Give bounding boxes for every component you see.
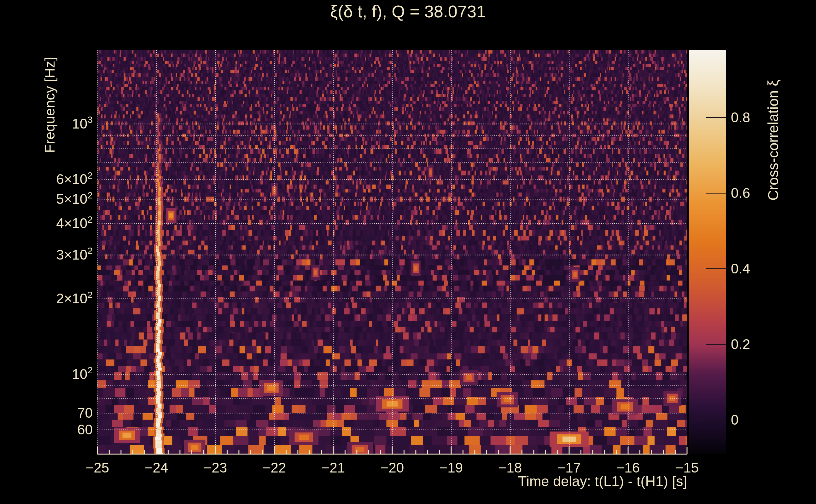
- colorbar-title: Cross-correlation ξ: [765, 14, 782, 266]
- x-tick-label: −15: [659, 460, 716, 476]
- y-tick-mantissa: 3×10: [56, 247, 87, 262]
- y-tick-label: 103: [72, 115, 93, 133]
- chart-title: ξ(δ t, f), Q = 38.0731: [0, 2, 816, 21]
- colorbar-tick-label: 0.6: [731, 184, 750, 202]
- x-tick-label: −24: [128, 460, 185, 476]
- y-tick-mantissa: 60: [77, 422, 93, 437]
- y-tick-mantissa: 4×10: [56, 215, 87, 231]
- y-axis-title: Frequency [Hz]: [41, 4, 58, 206]
- x-tick-label: −21: [305, 460, 362, 476]
- y-tick-label: 6×102: [56, 170, 93, 188]
- x-tick-label: −19: [423, 460, 480, 476]
- colorbar-tick-label: 0.8: [731, 109, 750, 126]
- y-tick-exponent: 2: [87, 365, 93, 375]
- y-tick-exponent: 3: [87, 114, 93, 125]
- y-tick-label: 102: [72, 365, 93, 383]
- x-tick-label: −22: [246, 460, 303, 476]
- y-tick-mantissa: 5×10: [56, 191, 87, 207]
- y-tick-label: 2×102: [56, 290, 93, 307]
- colorbar-tick-label: 0.4: [731, 260, 750, 278]
- y-tick-label: 5×102: [56, 190, 93, 208]
- y-tick-label: 60: [77, 421, 93, 438]
- y-tick-exponent: 2: [87, 214, 93, 225]
- y-tick-exponent: 2: [87, 245, 93, 256]
- cross-correlation-figure: ξ(δ t, f), Q = 38.0731 Frequency [Hz] Ti…: [0, 0, 816, 504]
- x-tick-label: −25: [69, 460, 126, 476]
- x-tick-label: −18: [482, 460, 538, 476]
- y-tick-exponent: 2: [87, 190, 93, 200]
- x-tick-label: −17: [541, 460, 597, 476]
- y-tick-mantissa: 10: [72, 116, 87, 131]
- x-tick-label: −20: [364, 460, 421, 476]
- y-tick-exponent: 2: [87, 289, 93, 300]
- y-tick-mantissa: 2×10: [56, 291, 87, 306]
- y-tick-mantissa: 10: [72, 366, 87, 382]
- x-tick-label: −23: [187, 460, 244, 476]
- y-tick-label: 70: [77, 404, 93, 422]
- y-tick-exponent: 2: [87, 170, 93, 180]
- colorbar-tick-label: 0: [731, 411, 738, 429]
- x-tick-label: −16: [600, 460, 657, 476]
- y-tick-mantissa: 70: [77, 405, 93, 421]
- colorbar-tick-label: 0.2: [731, 335, 750, 353]
- spectrogram-heatmap-canvas: [0, 0, 816, 504]
- y-tick-mantissa: 6×10: [56, 171, 87, 187]
- y-tick-label: 3×102: [56, 246, 93, 264]
- y-tick-label: 4×102: [56, 215, 93, 232]
